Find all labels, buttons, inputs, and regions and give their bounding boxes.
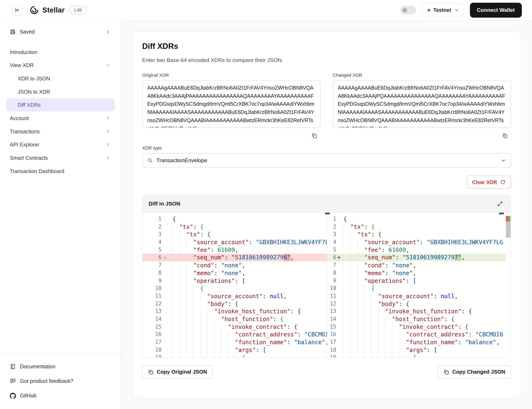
sidebar-item-diff-xdrs[interactable]: Diff XDRs [6,98,115,112]
sidebar-item-label: Introduction [10,49,37,55]
footer-item-feedback[interactable]: Got product feedback? [6,374,115,388]
clear-xdr-button[interactable]: Clear XDR [467,176,511,188]
diff-line: 11 "source_account": null, [142,292,327,300]
diff-line: 15 "invoke_contract": { [327,323,506,331]
diff-xdrs-card: Diff XDRs Enter two Base-64 encoded XDRs… [132,31,521,398]
sidebar-item-label: Transactions [10,129,40,135]
diff-panel-title: Diff in JSON [149,201,180,207]
diff-line: 10 { [142,285,327,292]
diff-line: 3 "tx": { [327,231,506,238]
xdr-type-field: XDR type TransactionEnvelope [142,145,511,167]
stellar-logo-icon [29,5,39,15]
diff-line: 14 "host_function": { [142,315,327,323]
brand: Stellar Lab [29,5,87,15]
sidebar-item-introduction[interactable]: Introduction [6,45,115,59]
refresh-icon [500,179,506,185]
diff-line: 1{ [327,215,506,223]
pane-divider-handle[interactable] [325,213,330,214]
sidebar-item-json-to-xdr[interactable]: JSON to XDR [6,85,115,98]
diff-line: 12 "body": { [142,300,327,308]
sidebar-item-label: Smart Contracts [10,155,48,161]
app-root: Stellar Lab Testnet Connect Wallet [0,0,532,409]
footer-item-label: Documentation [20,363,56,370]
footer-item-label: Got product feedback? [20,378,73,384]
diff-line: 19 { [327,354,506,357]
diff-line: 17 "function_name": "balance", [327,338,506,346]
brand-name: Stellar [42,6,65,14]
sidebar-item-api-explorer[interactable]: API Explorer [6,138,115,151]
sidebar-item-xdr-to-json[interactable]: XDR to JSON [6,72,115,85]
diff-line: 4 "source_account": "GBXBHIHKE3LJWKV4YF7… [327,238,506,246]
collapse-sidebar-button[interactable] [11,4,22,15]
diff-line: 19 { [142,354,327,357]
search-icon [147,158,153,163]
copy-changed-json-label: Copy Changed JSON [452,369,505,375]
diff-scrollbar[interactable] [506,213,511,357]
sidebar-item-smart-contracts[interactable]: Smart Contracts [6,151,115,165]
sidebar-item-label: Transaction Dashboard [10,168,64,174]
changed-xdr-input[interactable]: AAAAAgAAAABuE6DqJtabKrzBfrNo6A0Zt1FrFAV4… [333,80,511,128]
diff-changed-pane[interactable]: 1{2 "tx": {3 "tx": {4 "source_account": … [327,213,511,357]
sidebar-item-label: Diff XDRs [18,102,40,108]
overview-added-mark [508,216,511,222]
copy-original-xdr-button[interactable] [308,130,320,141]
diff-line: 3 "tx": { [142,231,327,238]
diff-line: 2 "tx": { [327,223,506,231]
diff-line: 16 "contract_address": "CBCMOI6 [142,331,327,338]
diff-line: 1{ [142,215,327,223]
diff-line: 18 "args": [ [327,346,506,354]
diff-line: 15 "invoke_contract": { [142,323,327,331]
copy-original-json-button[interactable]: Copy Original JSON [142,365,213,379]
expand-icon [497,201,503,206]
diff-line: 18 "args": [ [142,346,327,354]
sidebar-item-label: XDR to JSON [18,75,50,82]
sidebar-item-transaction-dashboard[interactable]: Transaction Dashboard [6,164,115,178]
connect-wallet-button[interactable]: Connect Wallet [470,2,522,17]
sidebar-item-saved[interactable]: Saved [6,26,115,38]
xdr-type-select[interactable]: TransactionEnvelope [142,153,511,167]
page-title: Diff XDRs [142,42,511,51]
changed-xdr-column: Changed XDR AAAAAgAAAABuE6DqJtabKrzBfrNo… [333,73,511,141]
chevron-down-icon [501,158,506,163]
chevron-right-icon [105,116,111,121]
diff-line: 8 "memo": "none", [142,269,327,277]
copy-changed-xdr-button[interactable] [499,130,511,141]
sidebar-item-view-xdr[interactable]: View XDR [6,59,115,72]
footer-item-documentation[interactable]: Documentation [6,359,115,374]
copy-icon [311,133,317,139]
book-icon [10,363,16,370]
diff-line: 6+ "seq_num": "518106199892797", [327,254,506,261]
diff-line: 10 { [327,285,506,292]
diff-line: 7 "cond": "none", [142,261,327,269]
lab-badge: Lab [69,6,87,14]
sidebar-item-account[interactable]: Account [6,112,115,125]
expand-diff-button[interactable] [495,199,505,209]
footer-item-github[interactable]: GitHub [6,388,115,403]
network-select[interactable]: Testnet [422,3,464,17]
sun-icon [402,7,408,13]
overview-removed-mark [506,216,508,222]
right-pane-divider-handle[interactable] [499,213,504,214]
diff-original-pane[interactable]: 1{2 "tx": {3 "tx": {4 "source_account": … [142,213,327,357]
top-bar-actions: Testnet Connect Wallet [400,2,522,17]
diff-line: 14 "host_function": { [327,315,506,323]
copy-changed-json-button[interactable]: Copy Changed JSON [438,365,511,379]
diff-line: 8 "memo": "none", [327,269,506,277]
copy-icon [502,133,508,139]
network-label: Testnet [433,7,451,13]
feedback-bubble-icon [10,378,16,384]
diff-line: 17 "function_name": "balance", [142,338,327,346]
sidebar-item-transactions[interactable]: Transactions [6,125,115,138]
theme-toggle[interactable] [400,6,416,14]
original-xdr-column: Original XDR AAAAAgAAAABuE6DqJtabKrzBfrN… [142,73,320,141]
diff-line: 6- "seq_num": "518106199892796", [142,254,327,261]
top-bar: Stellar Lab Testnet Connect Wallet [0,0,532,20]
xdr-type-value: TransactionEnvelope [156,157,207,163]
main-content: Diff XDRs Enter two Base-64 encoded XDRs… [121,20,532,409]
changed-xdr-label: Changed XDR [333,73,511,78]
diff-line: 5 "fee": 61609, [327,246,506,254]
chevron-down-icon [105,63,111,68]
json-copy-actions: Copy Original JSON Copy Changed JSON [142,365,511,379]
sidebar-item-label: View XDR [10,62,34,68]
original-xdr-input[interactable]: AAAAAgAAAABuE6DqJtabKrzBfrNo6A0Zt1FrFAV4… [142,80,320,128]
